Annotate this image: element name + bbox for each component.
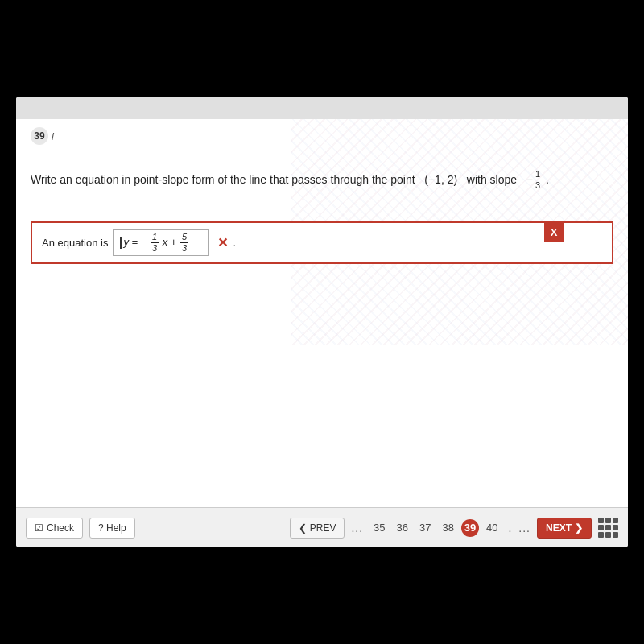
slope-fraction: 1 3	[534, 169, 542, 191]
page-numbers: 35 36 37 38 39 40	[369, 519, 502, 537]
grid-dot-8	[605, 532, 611, 538]
dismiss-button[interactable]: X	[544, 222, 564, 242]
nav-bar: ☑ Check ? Help ❮ PREV ... 35 36 37 38 39…	[16, 507, 628, 547]
next-label: NEXT	[546, 522, 572, 534]
page-36[interactable]: 36	[393, 520, 412, 535]
grid-dot-4	[598, 525, 604, 530]
point-value: (−1, 2)	[424, 173, 460, 186]
prev-button[interactable]: ❮ PREV	[290, 518, 345, 539]
question-text: Write an equation in point-slope form of…	[31, 169, 613, 191]
grid-dot-2	[605, 518, 611, 523]
main-screen: 39 i Write an equation in point-slope fo…	[16, 97, 628, 547]
page-38[interactable]: 38	[438, 520, 457, 535]
help-label: ? Help	[98, 522, 126, 534]
answer-input[interactable]: y = − 1 3 x + 5 3	[113, 229, 209, 256]
prompt-mid: with slope	[467, 173, 517, 186]
grid-dot-1	[598, 518, 604, 523]
dismiss-icon: X	[551, 226, 558, 238]
grid-dot-9	[613, 532, 618, 538]
answer-frac2: 5 3	[180, 232, 188, 254]
help-button[interactable]: ? Help	[89, 518, 135, 539]
page-40[interactable]: 40	[482, 520, 502, 535]
dots-right2: ...	[518, 522, 530, 535]
answer-value: y = − 1 3 x + 5 3	[123, 232, 189, 254]
grid-dot-5	[605, 525, 611, 530]
check-label: Check	[47, 522, 74, 534]
slope-numerator: 1	[534, 169, 542, 180]
question-badge: 39 i	[31, 127, 54, 145]
answer-x-mark: ✕	[217, 235, 228, 250]
bg-decoration	[291, 97, 628, 345]
answer-area: An equation is y = − 1 3 x + 5 3 ✕ . X	[31, 221, 613, 264]
dots-right: .	[508, 522, 512, 535]
grid-menu-button[interactable]	[598, 518, 618, 538]
top-bar	[16, 97, 628, 119]
check-button[interactable]: ☑ Check	[26, 518, 83, 539]
dots-left: ...	[351, 522, 363, 535]
next-button[interactable]: NEXT ❯	[537, 518, 592, 539]
slope-denominator: 3	[534, 180, 542, 191]
grid-dot-7	[598, 532, 604, 538]
answer-period: .	[233, 237, 236, 249]
slope-value: − 1 3	[526, 169, 543, 191]
grid-dot-3	[613, 518, 618, 523]
prev-label: PREV	[310, 522, 336, 534]
page-39-active[interactable]: 39	[461, 519, 479, 537]
prev-chevron-icon: ❮	[299, 522, 307, 534]
next-chevron-icon: ❯	[575, 522, 583, 534]
page-35[interactable]: 35	[369, 520, 389, 535]
answer-label: An equation is	[42, 237, 108, 249]
page-37[interactable]: 37	[415, 520, 435, 535]
answer-frac1: 1 3	[151, 232, 159, 254]
point-x: −1, 2	[428, 173, 454, 186]
question-number: 39	[31, 127, 48, 145]
text-cursor	[120, 237, 122, 249]
info-icon[interactable]: i	[52, 130, 54, 142]
grid-dot-6	[613, 525, 618, 530]
prompt-start: Write an equation in point-slope form of…	[31, 173, 415, 186]
check-icon: ☑	[35, 522, 43, 534]
